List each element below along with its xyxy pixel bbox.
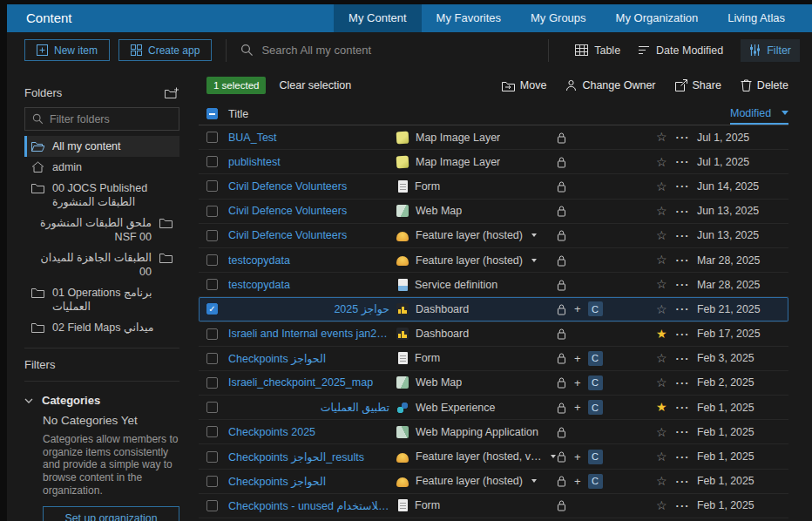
- more-options-button[interactable]: [676, 230, 690, 241]
- change-owner-button[interactable]: Change Owner: [565, 79, 655, 91]
- favorite-star-button[interactable]: [656, 131, 667, 144]
- row-checkbox[interactable]: [206, 303, 218, 315]
- item-title-link[interactable]: Checkpoints الحواجز_results: [228, 450, 396, 463]
- row-checkbox[interactable]: [206, 426, 218, 437]
- favorite-star-button[interactable]: [656, 499, 667, 512]
- item-title-link[interactable]: testcopydata: [228, 279, 396, 291]
- nav-tab[interactable]: My Groups: [516, 4, 601, 32]
- table-row[interactable]: Civil Defence Volunteers Form + C: [199, 174, 788, 199]
- more-options-button[interactable]: [676, 426, 690, 437]
- row-checkbox[interactable]: [206, 279, 218, 290]
- type-dropdown-caret[interactable]: [531, 233, 537, 237]
- nav-tab[interactable]: My Organization: [601, 4, 714, 32]
- folder-item[interactable]: ملحق الطبقات المنشورة 00 NSF: [24, 213, 179, 247]
- move-button[interactable]: Move: [502, 79, 547, 91]
- more-options-button[interactable]: [676, 451, 690, 463]
- item-title-link[interactable]: Israeli and Internal events jan2025: [228, 328, 396, 340]
- row-checkbox[interactable]: [206, 328, 218, 340]
- table-row[interactable]: testcopydata Feature layer (hosted) + C: [199, 248, 788, 273]
- favorite-star-button[interactable]: [656, 450, 667, 463]
- row-checkbox[interactable]: [206, 500, 218, 511]
- table-view-button[interactable]: Table: [575, 44, 620, 57]
- favorite-star-button[interactable]: [656, 180, 667, 193]
- title-column-header[interactable]: Title: [228, 108, 396, 120]
- type-dropdown-caret[interactable]: [531, 259, 537, 262]
- filter-folders-input[interactable]: [50, 113, 172, 125]
- clear-selection-button[interactable]: Clear selection: [279, 79, 351, 91]
- favorite-star-button[interactable]: [656, 475, 667, 488]
- row-checkbox[interactable]: [206, 451, 218, 463]
- favorite-star-button[interactable]: [656, 376, 667, 389]
- item-title-link[interactable]: BUA_Test: [228, 132, 396, 144]
- more-options-button[interactable]: [676, 402, 690, 413]
- type-dropdown-caret[interactable]: [531, 479, 537, 483]
- favorite-star-button[interactable]: [656, 229, 667, 242]
- item-title-link[interactable]: testcopydata: [228, 254, 396, 267]
- item-title-link[interactable]: publishtest: [228, 156, 396, 168]
- table-row[interactable]: Israeli and Internal events jan2025 Dash…: [199, 322, 788, 347]
- sort-by-button[interactable]: Date Modified: [638, 44, 723, 57]
- table-row[interactable]: Civil Defence Volunteers Feature layer (…: [199, 224, 788, 248]
- modified-column-header[interactable]: Modified: [730, 103, 788, 125]
- table-row[interactable]: Israeli_checkpoint_2025_map Web Map + C: [199, 371, 788, 396]
- item-title-link[interactable]: Civil Defence Volunteers: [228, 180, 396, 193]
- select-all-checkbox[interactable]: [206, 108, 218, 119]
- favorite-star-button[interactable]: [656, 352, 667, 365]
- row-checkbox[interactable]: [206, 230, 218, 241]
- row-checkbox[interactable]: [206, 132, 218, 143]
- favorite-star-button[interactable]: [656, 156, 667, 169]
- new-item-button[interactable]: New item: [24, 39, 110, 61]
- nav-tab[interactable]: My Favorites: [422, 4, 516, 32]
- setup-categories-button[interactable]: Set up organization categories: [43, 506, 179, 521]
- table-row[interactable]: تطبيق العمليات Web Experience + C: [199, 396, 788, 420]
- item-title-link[interactable]: حواجز 2025: [228, 302, 396, 315]
- favorite-star-button[interactable]: [656, 205, 667, 218]
- table-row[interactable]: Checkpoints - unused ليس للاستخدام Form …: [199, 494, 788, 518]
- row-checkbox[interactable]: [206, 353, 218, 364]
- row-checkbox[interactable]: [206, 402, 218, 413]
- more-options-button[interactable]: [676, 132, 690, 143]
- row-checkbox[interactable]: [206, 254, 218, 266]
- row-checkbox[interactable]: [206, 206, 218, 217]
- share-button[interactable]: Share: [675, 79, 721, 91]
- table-row[interactable]: testcopydata Service definition + C: [199, 273, 788, 297]
- more-options-button[interactable]: [676, 377, 690, 389]
- favorite-star-button[interactable]: [656, 303, 667, 316]
- more-options-button[interactable]: [676, 156, 690, 167]
- row-checkbox[interactable]: [206, 180, 218, 192]
- item-title-link[interactable]: Checkpoints الحواجز: [228, 352, 396, 365]
- favorite-star-button[interactable]: [656, 254, 667, 267]
- table-row[interactable]: Civil Defence Volunteers Web Map + C: [199, 200, 788, 224]
- more-options-button[interactable]: [676, 279, 690, 290]
- favorite-star-button[interactable]: [656, 401, 667, 414]
- item-title-link[interactable]: Civil Defence Volunteers: [228, 229, 396, 241]
- favorite-star-button[interactable]: [656, 278, 667, 291]
- search-input[interactable]: [261, 44, 534, 57]
- item-title-link[interactable]: Checkpoints 2025: [228, 426, 396, 438]
- more-options-button[interactable]: [676, 353, 690, 364]
- filter-button[interactable]: Filter: [741, 39, 800, 62]
- table-row[interactable]: Checkpoints الحواجز_results Feature laye…: [199, 444, 788, 469]
- delete-button[interactable]: Delete: [741, 79, 788, 91]
- folder-item[interactable]: All my content: [24, 136, 179, 157]
- folder-item[interactable]: 01 Operations برنامج العمليات: [24, 282, 179, 317]
- more-options-button[interactable]: [676, 180, 690, 192]
- item-title-link[interactable]: Israeli_checkpoint_2025_map: [228, 376, 396, 389]
- table-row[interactable]: Checkpoints الحواجز Feature layer (hoste…: [199, 470, 788, 494]
- table-row[interactable]: publishtest Map Image Layer + C: [199, 150, 788, 174]
- nav-tab[interactable]: Living Atlas: [713, 4, 800, 32]
- categories-section-toggle[interactable]: Categories: [24, 394, 179, 407]
- new-folder-button[interactable]: [165, 87, 179, 99]
- item-title-link[interactable]: Civil Defence Volunteers: [228, 205, 396, 217]
- row-checkbox[interactable]: [206, 156, 218, 167]
- more-options-button[interactable]: [676, 254, 690, 266]
- folder-item[interactable]: 02 Field Maps ميداني: [24, 317, 179, 338]
- folder-item[interactable]: الطبقات الجاهزة للميدان 00: [24, 247, 179, 282]
- more-options-button[interactable]: [676, 206, 690, 217]
- favorite-star-button[interactable]: [656, 328, 667, 341]
- more-options-button[interactable]: [676, 303, 690, 315]
- table-row[interactable]: Checkpoints الحواجز Form + C: [199, 347, 788, 371]
- more-options-button[interactable]: [676, 476, 690, 487]
- folder-item[interactable]: admin: [24, 157, 179, 178]
- nav-tab[interactable]: My Content: [334, 4, 421, 32]
